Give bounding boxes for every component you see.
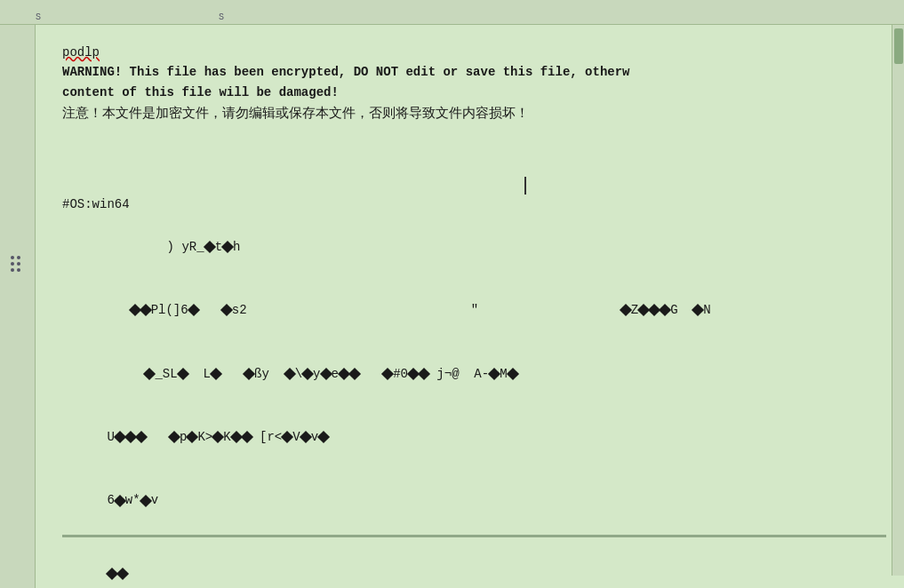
- text-cursor: [524, 177, 526, 195]
- gutter-dot: [17, 262, 20, 266]
- gutter-dots: [11, 256, 20, 272]
- gutter-dot: [17, 256, 20, 259]
- scrollbar-thumb[interactable]: [894, 28, 903, 64]
- line-warning-cn: 注意！本文件是加密文件，请勿编辑或保存本文件，否则将导致文件内容损坏！: [62, 102, 886, 123]
- warning-section: podlp WARNING! This file has been encryp…: [62, 43, 886, 123]
- content-area: podlp WARNING! This file has been encryp…: [36, 25, 904, 588]
- gutter-dot: [11, 262, 14, 266]
- ruler-mark-mid: S: [219, 12, 224, 22]
- gutter-dot: [17, 268, 20, 272]
- line-podlp: podlp: [62, 43, 886, 62]
- line-enc3: _SL L ßy \ye #0 j¬@ A-M: [62, 343, 886, 406]
- scrollbar-vertical[interactable]: [892, 25, 904, 576]
- editor-area: S S podlp WARNING! This file has been en…: [0, 0, 904, 588]
- line-warning-en2: content of this file will be damaged!: [62, 83, 886, 102]
- line-warning-en: WARNING! This file has been encrypted, D…: [62, 62, 886, 82]
- line-enc2: Pl(]6 s2 " ZG N: [62, 279, 886, 342]
- gutter-dot: [11, 268, 14, 272]
- line-enc5: 6w*v: [62, 470, 886, 533]
- line-enc1: ) yR_th: [62, 216, 886, 279]
- gutter-dot: [11, 256, 14, 259]
- ruler-marks: S S: [36, 0, 491, 24]
- line-os: #OS:win64: [62, 195, 886, 216]
- section-sep-1: [62, 535, 886, 537]
- ruler-top: S S: [0, 0, 904, 25]
- blank-lines: [62, 141, 886, 195]
- line-enc6: [62, 543, 886, 588]
- left-gutter: [0, 25, 36, 588]
- line-enc4: U pK>K [r<Vv: [62, 406, 886, 469]
- ruler-mark-left: S: [36, 12, 41, 22]
